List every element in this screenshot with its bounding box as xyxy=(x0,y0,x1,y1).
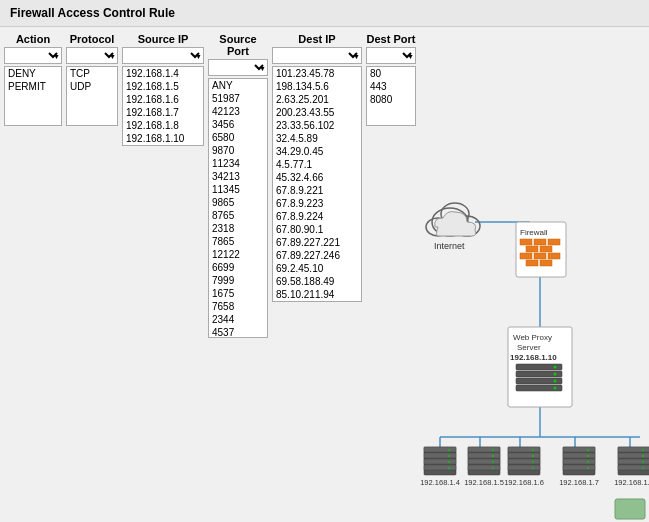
svg-point-74 xyxy=(587,461,589,463)
protocol-listbox[interactable]: TCP UDP xyxy=(66,66,118,126)
svg-rect-49 xyxy=(468,453,500,458)
list-item: 200.23.43.55 xyxy=(273,106,361,119)
svg-rect-18 xyxy=(526,246,538,252)
list-item: 34213 xyxy=(209,170,267,183)
list-item: 32.4.5.89 xyxy=(273,132,361,145)
device-4: 192.168.1.7 xyxy=(559,447,599,487)
list-item: 67.89.227.246 xyxy=(273,249,361,262)
list-item: 6580 xyxy=(209,131,267,144)
list-item: 85.10.211.94 xyxy=(273,288,361,301)
svg-point-44 xyxy=(448,461,450,463)
list-item: 192.168.1.4 xyxy=(123,67,203,80)
list-item: 7999 xyxy=(209,274,267,287)
list-item: DENY xyxy=(5,67,61,80)
svg-rect-40 xyxy=(424,459,456,464)
list-item: 192.168.1.5 xyxy=(123,80,203,93)
svg-rect-78 xyxy=(618,447,649,452)
dest-ip-listbox[interactable]: 101.23.45.78 198.134.5.6 2.63.25.201 200… xyxy=(272,66,362,302)
list-item: PERMIT xyxy=(5,80,61,93)
svg-rect-80 xyxy=(618,459,649,464)
list-item: 67.8.9.224 xyxy=(273,210,361,223)
protocol-select[interactable] xyxy=(66,47,118,64)
svg-rect-58 xyxy=(508,447,540,452)
svg-rect-48 xyxy=(468,447,500,452)
dest-ip-column: Dest IP 101.23.45.78 198.134.5.6 2.63.25… xyxy=(272,33,362,338)
list-item: 192.168.1.6 xyxy=(123,93,203,106)
svg-rect-60 xyxy=(508,459,540,464)
list-item: 4.5.77.1 xyxy=(273,158,361,171)
source-port-select[interactable] xyxy=(208,59,268,76)
page-title: Firewall Access Control Rule xyxy=(0,0,649,27)
svg-rect-20 xyxy=(520,253,532,259)
source-port-column: Source Port ANY 51987 42123 3456 6580 98… xyxy=(208,33,268,338)
list-item: 198.134.5.6 xyxy=(273,80,361,93)
list-item: 2318 xyxy=(209,222,267,235)
svg-rect-87 xyxy=(615,499,645,519)
list-item: 11234 xyxy=(209,157,267,170)
svg-rect-69 xyxy=(563,453,595,458)
list-item: 101.23.45.78 xyxy=(273,67,361,80)
svg-point-64 xyxy=(532,461,534,463)
list-item: 192.168.1.7 xyxy=(123,106,203,119)
protocol-column: Protocol TCP UDP xyxy=(66,33,118,338)
list-item: 3456 xyxy=(209,118,267,131)
list-item: 69.58.188.49 xyxy=(273,275,361,288)
svg-rect-19 xyxy=(540,246,552,252)
protocol-label: Protocol xyxy=(70,33,115,45)
svg-rect-38 xyxy=(424,447,456,452)
list-item: 51987 xyxy=(209,92,267,105)
dest-ip-select[interactable] xyxy=(272,47,362,64)
source-ip-label: Source IP xyxy=(138,33,189,45)
list-item: 11345 xyxy=(209,183,267,196)
svg-rect-15 xyxy=(520,239,532,245)
svg-point-43 xyxy=(448,455,450,457)
svg-rect-50 xyxy=(468,459,500,464)
svg-text:Firewall: Firewall xyxy=(520,228,548,237)
dest-ip-label: Dest IP xyxy=(298,33,335,45)
device-2: 192.168.1.5 xyxy=(464,447,504,487)
source-port-listbox[interactable]: ANY 51987 42123 3456 6580 9870 11234 342… xyxy=(208,78,268,338)
svg-text:192.168.1.5: 192.168.1.5 xyxy=(464,478,504,487)
device-1: 192.168.1.4 xyxy=(420,447,460,487)
list-item: 67.8.9.223 xyxy=(273,197,361,210)
list-item: 192.168.1.8 xyxy=(123,119,203,132)
svg-point-34 xyxy=(554,373,557,376)
svg-point-36 xyxy=(554,387,557,390)
source-port-label: Source Port xyxy=(208,33,268,57)
svg-rect-39 xyxy=(424,453,456,458)
svg-point-45 xyxy=(448,467,450,469)
internet-cloud-icon xyxy=(426,203,480,236)
list-item: 9870 xyxy=(209,144,267,157)
list-item: 4537 xyxy=(209,326,267,338)
dest-port-listbox[interactable]: 80 443 8080 xyxy=(366,66,416,126)
svg-point-55 xyxy=(492,467,494,469)
source-ip-select[interactable] xyxy=(122,47,204,64)
list-item: 1675 xyxy=(209,287,267,300)
list-item: 34.29.0.45 xyxy=(273,145,361,158)
source-ip-listbox[interactable]: 192.168.1.4 192.168.1.5 192.168.1.6 192.… xyxy=(122,66,204,146)
svg-rect-17 xyxy=(548,239,560,245)
list-item: 23.33.56.102 xyxy=(273,119,361,132)
list-item: 8080 xyxy=(367,93,415,106)
svg-rect-16 xyxy=(534,239,546,245)
action-select[interactable] xyxy=(4,47,62,64)
svg-text:192.168.1.7: 192.168.1.7 xyxy=(559,478,599,487)
svg-point-73 xyxy=(587,455,589,457)
svg-point-83 xyxy=(642,455,644,457)
svg-text:Web Proxy: Web Proxy xyxy=(513,333,552,342)
list-item: 443 xyxy=(367,80,415,93)
svg-point-54 xyxy=(492,461,494,463)
svg-text:192.168.1.6: 192.168.1.6 xyxy=(504,478,544,487)
list-item: 42123 xyxy=(209,105,267,118)
svg-point-53 xyxy=(492,455,494,457)
svg-rect-71 xyxy=(563,465,595,470)
dest-port-label: Dest Port xyxy=(367,33,416,45)
svg-rect-22 xyxy=(548,253,560,259)
svg-rect-68 xyxy=(563,447,595,452)
svg-point-85 xyxy=(642,467,644,469)
dest-port-select[interactable] xyxy=(366,47,416,64)
action-listbox[interactable]: DENY PERMIT xyxy=(4,66,62,126)
svg-rect-24 xyxy=(540,260,552,266)
svg-rect-21 xyxy=(534,253,546,259)
svg-rect-41 xyxy=(424,465,456,470)
